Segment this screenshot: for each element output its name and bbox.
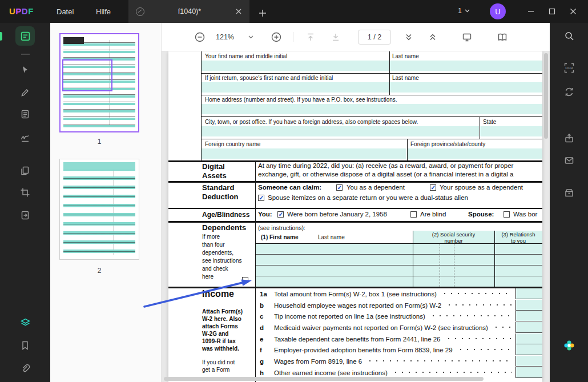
- ocr-icon[interactable]: OCR: [559, 58, 579, 78]
- income-line: fEmployer-provided adoption benefits fro…: [256, 344, 542, 355]
- checkbox-you-dependent[interactable]: [336, 184, 343, 191]
- dependent-row-field[interactable]: [256, 276, 542, 287]
- search-icon[interactable]: [559, 26, 579, 46]
- page-number-label: 1: [59, 138, 139, 146]
- layers-icon[interactable]: [15, 313, 35, 332]
- amount-field[interactable]: [515, 333, 542, 344]
- line-number: d: [256, 324, 274, 331]
- line-number: f: [256, 347, 274, 353]
- checkbox-more-than-four-dependents[interactable]: [242, 277, 248, 283]
- amount-field[interactable]: [515, 367, 542, 378]
- label: Were born before January 2, 1958: [287, 211, 387, 218]
- bookmark-icon[interactable]: [15, 336, 35, 355]
- spouse-first-name-field[interactable]: [202, 82, 389, 93]
- last-name-field[interactable]: [390, 61, 542, 71]
- minimize-button[interactable]: [521, 0, 541, 23]
- left-toolbar: [0, 23, 50, 382]
- zoom-out-icon[interactable]: [195, 32, 205, 42]
- pdf-page: Your first name and middle initial Last …: [168, 51, 542, 382]
- line-number: h: [256, 369, 274, 376]
- label: Was bor: [513, 211, 537, 218]
- income-line: eTaxable dependent care benefits from Fo…: [256, 333, 542, 344]
- checkbox-spouse-dependent[interactable]: [430, 184, 436, 191]
- divider: [407, 139, 408, 160]
- sign-tool-icon[interactable]: [15, 128, 35, 147]
- document-toolbar: 121% 1 / 2: [162, 23, 550, 51]
- zoom-in-icon[interactable]: [271, 32, 281, 42]
- amount-field[interactable]: [515, 356, 542, 367]
- menu-datei[interactable]: Datei: [57, 7, 74, 16]
- menu-hilfe[interactable]: Hilfe: [96, 7, 111, 16]
- label: Someone can claim:: [258, 184, 321, 191]
- checkbox-are-blind[interactable]: [410, 211, 417, 218]
- first-name-field[interactable]: [202, 61, 389, 71]
- section-title: Age/Blindness: [202, 211, 249, 219]
- page-thumbnail-2[interactable]: [59, 159, 139, 260]
- page-thumbnail-1[interactable]: [59, 33, 139, 132]
- home-address-field[interactable]: [202, 104, 542, 114]
- ai-assistant-icon[interactable]: [559, 336, 579, 355]
- viewport-indicator[interactable]: [62, 59, 112, 91]
- label: Your spouse as a dependent: [440, 184, 523, 191]
- amount-field[interactable]: [515, 322, 542, 333]
- last-page-icon[interactable]: [331, 32, 341, 42]
- reading-mode-icon[interactable]: [497, 32, 508, 42]
- extract-tool-icon[interactable]: [15, 206, 35, 225]
- reader-tool-icon[interactable]: [15, 104, 35, 124]
- window-switcher[interactable]: 1: [458, 7, 470, 15]
- foreign-country-field[interactable]: [202, 148, 406, 159]
- section-title: Income: [202, 289, 234, 299]
- dependent-row-field[interactable]: [256, 266, 542, 276]
- presentation-mode-icon[interactable]: [462, 32, 472, 42]
- line-text: Household employee wages not reported on…: [274, 302, 441, 309]
- amount-field[interactable]: [515, 288, 542, 299]
- state-field[interactable]: [480, 126, 542, 136]
- checkbox-born-before-1958[interactable]: [277, 211, 284, 218]
- divider: [201, 95, 542, 95]
- document-tab[interactable]: f1040)*: [128, 0, 249, 23]
- amount-field[interactable]: [515, 311, 542, 321]
- section-title: Standard Deduction: [202, 183, 239, 202]
- attachment-icon[interactable]: [15, 359, 35, 378]
- foreign-province-field[interactable]: [408, 148, 542, 159]
- divider: [413, 231, 413, 287]
- horizontal-scrollbar[interactable]: [164, 377, 484, 381]
- avatar[interactable]: U: [490, 3, 506, 19]
- organize-pages-icon[interactable]: [15, 161, 35, 180]
- maximize-button[interactable]: [542, 0, 562, 23]
- dependent-row-field[interactable]: [256, 244, 542, 255]
- archive-icon[interactable]: [559, 183, 579, 203]
- tab-title: f1040)*: [144, 7, 235, 15]
- divider: [440, 244, 440, 287]
- scroll-down-icon[interactable]: [404, 32, 414, 42]
- first-page-icon[interactable]: [305, 32, 316, 42]
- annotate-tool-icon[interactable]: [15, 26, 35, 46]
- dependent-row-field[interactable]: [256, 255, 542, 266]
- dot-leader: [446, 304, 512, 306]
- select-tool-icon[interactable]: [15, 60, 35, 79]
- new-tab-icon[interactable]: [258, 9, 267, 18]
- share-icon[interactable]: [559, 128, 579, 148]
- city-field[interactable]: [202, 126, 479, 136]
- zoom-level[interactable]: 121%: [211, 33, 239, 41]
- convert-icon[interactable]: [559, 82, 579, 102]
- spouse-last-name-field[interactable]: [390, 82, 542, 93]
- scroll-up-icon[interactable]: [428, 32, 438, 42]
- line-text: Other earned income (see instructions): [274, 369, 388, 376]
- divider: [389, 51, 390, 73]
- edit-tool-icon[interactable]: [15, 83, 35, 102]
- crop-tool-icon[interactable]: [15, 183, 35, 202]
- checkbox-spouse-born[interactable]: [504, 211, 510, 218]
- tab-close-icon[interactable]: [235, 7, 243, 15]
- field-label: Last name: [392, 75, 419, 81]
- mail-icon[interactable]: [559, 151, 579, 170]
- zoom-caret-icon[interactable]: [248, 35, 259, 46]
- close-button[interactable]: [563, 0, 583, 23]
- window-count: 1: [458, 7, 462, 15]
- divider: [201, 116, 542, 117]
- amount-field[interactable]: [515, 300, 542, 311]
- amount-field[interactable]: [515, 344, 542, 355]
- page-indicator[interactable]: 1 / 2: [358, 30, 391, 45]
- vertical-scrollbar[interactable]: [544, 53, 548, 139]
- checkbox-spouse-itemizes[interactable]: [258, 195, 264, 201]
